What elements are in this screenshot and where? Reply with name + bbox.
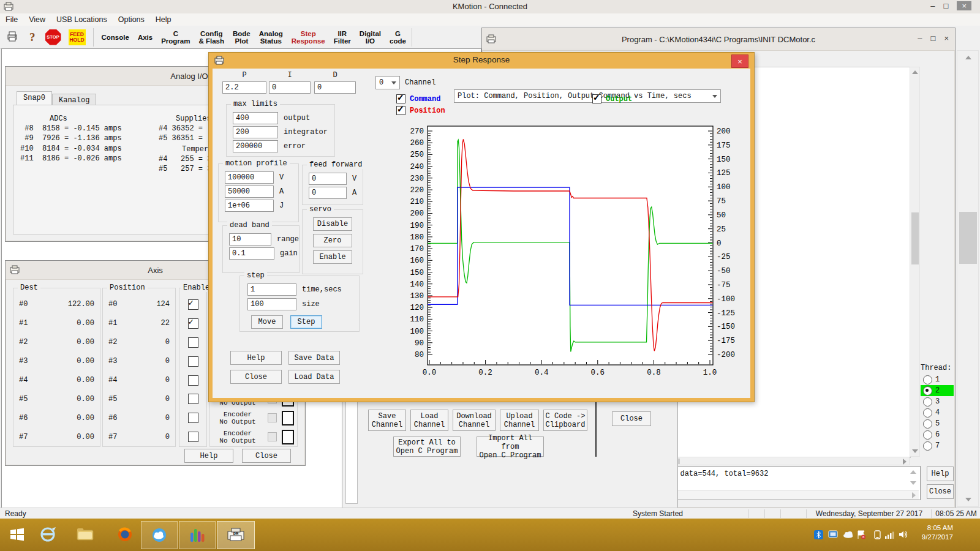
motion-profile-j-input[interactable]: 1e+06 bbox=[225, 200, 274, 212]
tray-action-center-icon[interactable] bbox=[856, 530, 866, 539]
thread-radio-row-2[interactable]: 2 bbox=[921, 385, 954, 396]
command-checkbox[interactable] bbox=[396, 94, 405, 103]
output-checkbox[interactable] bbox=[592, 94, 601, 103]
close-icon[interactable]: × bbox=[957, 1, 971, 10]
d-input[interactable]: 0 bbox=[314, 81, 356, 94]
minimize-icon[interactable]: – bbox=[918, 34, 922, 43]
toolbar-button-c-program[interactable]: CProgram bbox=[157, 29, 194, 45]
thread-radio-5[interactable] bbox=[923, 419, 932, 429]
main-vscroll-thumb[interactable] bbox=[959, 212, 977, 264]
output-scroll-down-icon[interactable] bbox=[910, 481, 916, 485]
toolbar-button-iir-filter[interactable]: IIRFilter bbox=[330, 29, 355, 45]
menu-item-help[interactable]: Help bbox=[150, 14, 177, 25]
feed-forward-a-input[interactable]: 0 bbox=[309, 187, 347, 199]
axis-close-button[interactable]: Close bbox=[242, 449, 291, 463]
step-button[interactable]: Step bbox=[290, 315, 322, 329]
axis-enable-checkbox[interactable] bbox=[188, 318, 198, 329]
taskbar-icon-weather[interactable] bbox=[141, 521, 178, 549]
toolbar-button-analog-status[interactable]: AnalogStatus bbox=[255, 29, 287, 45]
output-scroll-right-icon[interactable] bbox=[912, 492, 916, 498]
monitor-small-checkbox[interactable] bbox=[268, 432, 277, 441]
taskbar-icon-chart-app[interactable] bbox=[179, 521, 216, 549]
maximize-icon[interactable]: □ bbox=[931, 34, 936, 43]
servo-enable-button[interactable]: Enable bbox=[313, 250, 352, 264]
upload-channel-button[interactable]: UploadChannel bbox=[500, 410, 539, 431]
feed-forward-v-input[interactable]: 0 bbox=[309, 173, 347, 185]
main-scroll-up-icon[interactable] bbox=[965, 56, 971, 59]
vscroll-thumb[interactable] bbox=[911, 212, 919, 264]
download-channel-button[interactable]: DownloadChannel bbox=[453, 410, 496, 431]
print-icon[interactable] bbox=[6, 31, 18, 44]
axis-enable-checkbox[interactable] bbox=[188, 299, 198, 310]
taskbar-icon-firefox[interactable] bbox=[113, 521, 137, 548]
dead-band-range-input[interactable]: 10 bbox=[229, 233, 271, 246]
thread-radio-3[interactable] bbox=[923, 397, 932, 407]
output-scroll-up-icon[interactable] bbox=[910, 470, 916, 474]
load-channel-button[interactable]: LoadChannel bbox=[410, 410, 448, 431]
tray-network-icon[interactable] bbox=[884, 530, 894, 539]
program-help-button[interactable]: Help bbox=[927, 467, 954, 481]
thread-radio-row-6[interactable]: 6 bbox=[921, 429, 954, 440]
toolbar-button-console[interactable]: Console bbox=[97, 33, 134, 42]
step-size-input[interactable]: 100 bbox=[247, 298, 296, 310]
tab-snap0[interactable]: Snap0 bbox=[17, 91, 52, 105]
thread-radio-2[interactable] bbox=[923, 386, 932, 395]
axis-enable-checkbox[interactable] bbox=[188, 394, 198, 404]
scroll-down-icon[interactable] bbox=[912, 449, 918, 453]
motion-profile-v-input[interactable]: 100000 bbox=[225, 171, 274, 184]
maximize-icon[interactable]: □ bbox=[944, 1, 949, 10]
axis-enable-checkbox[interactable] bbox=[188, 337, 198, 348]
toolbar-button-g-code[interactable]: Gcode bbox=[385, 29, 410, 45]
axis-enable-checkbox[interactable] bbox=[188, 432, 198, 442]
max-limits-output-input[interactable]: 400 bbox=[233, 112, 278, 124]
max-limits-integrator-input[interactable]: 200 bbox=[233, 126, 278, 138]
plot-select[interactable]: Plot: Command, Position, Output Command … bbox=[454, 89, 721, 103]
editor-vscrollbar[interactable] bbox=[910, 67, 920, 457]
main-vscrollbar[interactable] bbox=[957, 50, 979, 507]
menu-item-options[interactable]: Options bbox=[113, 14, 150, 25]
save-data-button[interactable]: Save Data bbox=[288, 351, 340, 365]
import-all-from-open-c-program-button[interactable]: Import All fromOpen C Program bbox=[477, 437, 544, 457]
motion-profile-a-input[interactable]: 50000 bbox=[225, 186, 274, 198]
monitor-large-checkbox[interactable] bbox=[282, 411, 294, 425]
main-scroll-down-icon[interactable] bbox=[965, 498, 971, 501]
scroll-up-icon[interactable] bbox=[912, 70, 918, 74]
axis-enable-checkbox[interactable] bbox=[188, 413, 198, 423]
axis-help-button[interactable]: Help bbox=[184, 449, 233, 463]
servo-disable-button[interactable]: Disable bbox=[313, 217, 352, 231]
servo-zero-button[interactable]: Zero bbox=[313, 234, 352, 247]
help-icon[interactable]: ? bbox=[29, 31, 36, 44]
position-checkbox[interactable] bbox=[396, 106, 405, 115]
max-limits-error-input[interactable]: 200000 bbox=[233, 140, 278, 152]
tray-bluetooth-icon[interactable] bbox=[813, 530, 823, 539]
dialog-close-icon[interactable]: × bbox=[731, 54, 748, 68]
thread-radio-1[interactable] bbox=[923, 375, 932, 384]
thread-radio-row-7[interactable]: 7 bbox=[921, 440, 954, 451]
stop-icon[interactable]: STOP bbox=[45, 29, 61, 45]
thread-radio-6[interactable] bbox=[923, 430, 932, 440]
c-code-clipboard-button[interactable]: C Code ->Clipboard bbox=[543, 410, 587, 431]
axis-enable-checkbox[interactable] bbox=[188, 375, 198, 386]
monitor-small-checkbox[interactable] bbox=[268, 413, 277, 422]
p-input[interactable]: 2.2 bbox=[222, 81, 266, 94]
axis-enable-checkbox[interactable] bbox=[188, 356, 198, 367]
toolbar-button-digital-i-o[interactable]: DigitalI/O bbox=[355, 29, 385, 45]
taskbar-clock[interactable]: 8:05 AM 9/27/2017 bbox=[922, 523, 953, 542]
toolbar-button-axis[interactable]: Axis bbox=[134, 33, 157, 42]
scroll-right-icon[interactable] bbox=[903, 459, 907, 465]
i-input[interactable]: 0 bbox=[269, 81, 311, 94]
thread-radio-row-3[interactable]: 3 bbox=[921, 396, 954, 407]
monitor-large-checkbox[interactable] bbox=[282, 430, 294, 444]
taskbar-icon-explorer[interactable] bbox=[74, 521, 98, 548]
menu-item-usb-locations[interactable]: USB Locations bbox=[51, 14, 113, 25]
dialog-close-button[interactable]: Close bbox=[230, 370, 282, 384]
export-all-to-open-c-program-button[interactable]: Export All toOpen C Program bbox=[393, 437, 461, 457]
move-button[interactable]: Move bbox=[251, 315, 283, 329]
toolbar-button-config-flash[interactable]: Config& Flash bbox=[194, 29, 228, 45]
program-close-button[interactable]: Close bbox=[927, 484, 954, 499]
step-time-secs-input[interactable]: 1 bbox=[247, 283, 296, 296]
taskbar-icon-kmotion[interactable]: DM bbox=[217, 521, 255, 549]
toolbar-button-bode-plot[interactable]: BodePlot bbox=[228, 29, 255, 45]
save-channel-button[interactable]: SaveChannel bbox=[368, 410, 406, 431]
config-close-button[interactable]: Close bbox=[612, 411, 651, 426]
